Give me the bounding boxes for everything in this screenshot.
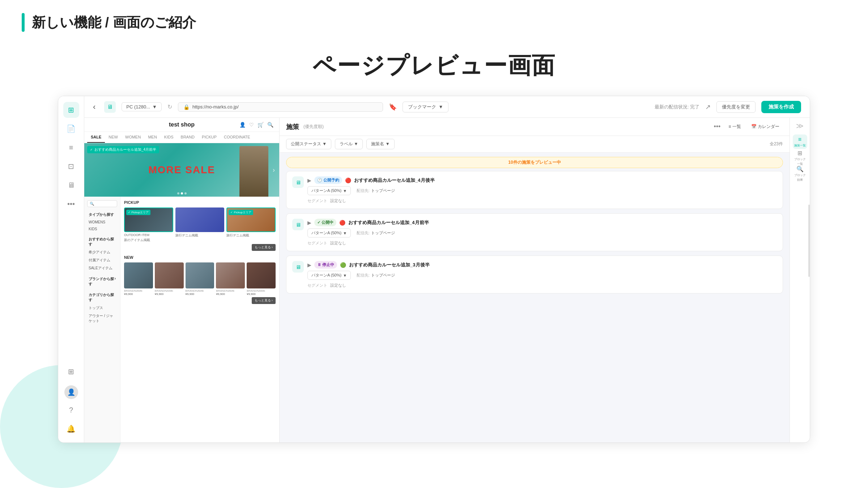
new-item-price-1: ¥9,900 xyxy=(124,292,153,296)
preview-icon-button[interactable]: 🖥 xyxy=(104,101,116,113)
pattern-select-1[interactable]: パターンA (50%) ▼ xyxy=(307,186,351,195)
new-item-img-3 xyxy=(186,262,214,288)
cat-tops[interactable]: トップス xyxy=(87,304,117,312)
right-sidebar-block-list[interactable]: ⊞ ブロック 一覧 xyxy=(793,150,807,165)
sidebar-icon-help[interactable]: ? xyxy=(63,402,79,418)
right-sidebar-list[interactable]: ≡ 施策一覧 xyxy=(793,134,807,149)
施策-card-2: 🖥 ▶ ✓ 公開中 🔴 おすすめ商品カルーセル追加_4月前半 xyxy=(286,213,783,251)
nav-pickup[interactable]: PICKUP xyxy=(198,132,220,143)
cat-brand[interactable]: ブランドから探す › xyxy=(87,275,117,288)
sidebar-icon-list[interactable]: ≡ xyxy=(63,140,79,155)
delivery-info-3: 配信先: トップページ xyxy=(357,273,395,278)
施策-card-2-row2: パターンA (50%) ▼ 配信先: トップページ xyxy=(307,228,777,237)
new-item-img-5 xyxy=(247,262,276,288)
hero-tag: おすすめ商品カルーセル追加_4月前半 xyxy=(87,146,159,153)
segment-value-1: 設定なし xyxy=(330,198,346,204)
pickup-more-btn[interactable]: もっと見る › xyxy=(252,244,276,251)
create-button[interactable]: 施策を作成 xyxy=(761,101,801,113)
cat-search[interactable]: 🔍 xyxy=(87,200,117,207)
new-more-btn[interactable]: もっと見る › xyxy=(252,297,276,304)
search-icon[interactable]: 🔍 xyxy=(267,122,273,128)
bookmark-icon[interactable]: 🔖 xyxy=(389,103,397,111)
nav-sale[interactable]: SALE xyxy=(87,132,105,143)
pattern-select-2[interactable]: パターンA (50%) ▼ xyxy=(307,228,351,237)
new-item-5[interactable]: BRANDNAME ¥9,900 xyxy=(247,262,276,296)
sidebar-icon-dashboard[interactable]: ⊞ xyxy=(63,102,79,118)
new-item-3[interactable]: BRANDNAME ¥9,900 xyxy=(186,262,214,296)
sidebar-icon-grid[interactable]: ⊞ xyxy=(63,364,79,380)
nav-coordinate[interactable]: COORDINATE xyxy=(220,132,254,143)
nav-women[interactable]: WOMEN xyxy=(122,132,144,143)
shop-body: 🔍 タイプから探す WOMENS KIDS おすすめから探す 希少アイテム 付属… xyxy=(84,197,279,442)
new-item-2[interactable]: BRANDNAME ¥9,900 xyxy=(155,262,184,296)
delivery-label-2: 配信先: xyxy=(357,230,370,236)
chevron-down-pattern-3: ▼ xyxy=(343,273,347,278)
expand-btn-2[interactable]: ▶ xyxy=(307,220,311,226)
bookmark-button[interactable]: ブックマーク ▼ xyxy=(403,102,448,112)
hero-tag-text: おすすめ商品カルーセル追加_4月前半 xyxy=(94,147,156,152)
device-select[interactable]: PC (1280... ▼ xyxy=(122,102,162,111)
delivery-label-3: 配信先: xyxy=(357,273,370,278)
expand-btn-3[interactable]: ▶ xyxy=(307,262,311,268)
sidebar-icon-bell[interactable]: 🔔 xyxy=(63,421,79,437)
right-sidebar-block-effect[interactable]: 🔍 ブロック 効果 xyxy=(793,166,807,181)
sidebar-icon-pages[interactable]: 📄 xyxy=(63,121,79,137)
hero-text: MORE SALE xyxy=(148,164,215,176)
url-bar[interactable]: 🔒 https://no-marks.co.jp/ xyxy=(178,102,383,112)
cat-recommend[interactable]: おすすめから探す xyxy=(87,235,117,248)
施策-name-2: おすすめ商品カルーセル追加_4月前半 xyxy=(348,219,429,226)
施策-subtitle: (優先度順) xyxy=(303,124,324,130)
block-list-label: ブロック xyxy=(794,157,806,161)
hero-dot-3 xyxy=(184,192,187,194)
expand-icon[interactable]: ≫ xyxy=(796,121,804,130)
施策-card-1-row1: ▶ 🕐 公開予約 🔴 おすすめ商品カルーセル追加_4月後半 xyxy=(307,176,777,184)
nav-brand[interactable]: BRAND xyxy=(177,132,199,143)
pickup-item-1[interactable]: ✓ Pickupエリア OUTDOOR ITEM 新のアイテム掲載 xyxy=(124,207,173,243)
pickup-item-3[interactable]: ✓ Pickupエリア 旅行デニム掲載 xyxy=(226,207,276,243)
delivery-value-1: トップページ xyxy=(371,188,395,193)
filter-label[interactable]: ラベル ▼ xyxy=(335,139,363,149)
chevron-down-icon-bookmark: ▼ xyxy=(438,104,443,110)
pickup-item-2[interactable]: 旅行デニム掲載 xyxy=(175,207,225,243)
priority-button[interactable]: 優先度を変更 xyxy=(716,101,756,113)
view-calendar-button[interactable]: 📅 カレンダー xyxy=(748,122,783,131)
cat-sale[interactable]: SALEアイテム xyxy=(87,264,117,272)
cat-rare[interactable]: 希少アイテム xyxy=(87,248,117,256)
bookmark-label: ブックマーク xyxy=(408,104,436,110)
sidebar-icon-more[interactable]: ••• xyxy=(63,196,79,212)
expand-btn-1[interactable]: ▶ xyxy=(307,177,311,183)
delivery-info-1: 配信先: トップページ xyxy=(357,188,395,193)
sidebar-avatar[interactable]: 👤 xyxy=(64,385,78,399)
nav-new[interactable]: NEW xyxy=(105,132,122,143)
nav-kids[interactable]: KIDS xyxy=(161,132,177,143)
pickup-item-sub-1: 新のアイテム掲載 xyxy=(124,238,173,243)
pattern-select-3[interactable]: パターンA (50%) ▼ xyxy=(307,271,351,280)
new-item-1[interactable]: BRANDNAME ¥9,900 xyxy=(124,262,153,296)
heart-icon: ♡ xyxy=(249,122,254,128)
refresh-icon[interactable]: ↻ xyxy=(167,103,172,110)
cat-search-icon: 🔍 xyxy=(90,202,94,206)
施策-more-icon[interactable]: ••• xyxy=(714,123,720,130)
cat-bonus[interactable]: 付属アイテム xyxy=(87,256,117,264)
nav-men[interactable]: MEN xyxy=(144,132,160,143)
sidebar-icon-preview[interactable]: 🖥 xyxy=(63,177,79,193)
chevron-down-icon: ▼ xyxy=(152,104,157,110)
filter-public-status[interactable]: 公開ステータス ▼ xyxy=(286,139,331,149)
view-list-button[interactable]: ≡ 一覧 xyxy=(725,122,744,131)
cat-womens[interactable]: WOMENS xyxy=(87,219,117,226)
new-item-img-1 xyxy=(124,262,153,288)
施策-card-3-icon: 🖥 xyxy=(292,261,304,273)
share-icon[interactable]: ↗ xyxy=(705,103,711,111)
cat-type[interactable]: タイプから探す xyxy=(87,211,117,219)
sidebar-icon-blocks[interactable]: ⊡ xyxy=(63,158,79,174)
施策-title: 施策 xyxy=(286,123,299,131)
cat-outer[interactable]: アウター / ジャケット xyxy=(87,312,117,325)
new-item-4[interactable]: BRANDNAME ¥9,900 xyxy=(216,262,245,296)
delivery-info-2: 配信先: トップページ xyxy=(357,230,395,236)
section-title-wrap: ページプレビュー画面 xyxy=(0,50,868,81)
施策-emoji-1: 🔴 xyxy=(345,177,351,183)
cat-kids[interactable]: KIDS xyxy=(87,226,117,232)
filter-施策名[interactable]: 施策名 ▼ xyxy=(366,139,394,149)
back-button[interactable]: ‹ xyxy=(93,102,95,112)
cat-category[interactable]: カテゴリから探す xyxy=(87,291,117,304)
